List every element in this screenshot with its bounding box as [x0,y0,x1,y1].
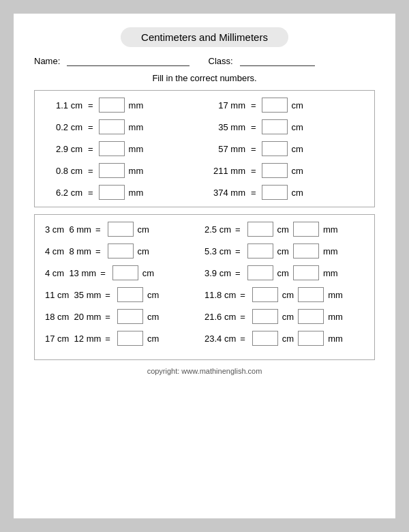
s2r5-left-answer[interactable] [117,309,143,324]
table-row: 1.1 cm = mm 17 mm = cm [45,98,364,113]
s2r3-left-answer[interactable] [112,265,138,280]
s2r1-right-answer1[interactable] [247,222,273,237]
title: Centimeters and Millimeters [121,27,288,47]
s1r2-right-answer[interactable] [262,119,288,134]
s2r4-right-val: 11.8 cm [204,290,236,300]
s1r5-left-answer[interactable] [99,185,125,200]
table-row: 17 cm 12 mm = cm 23.4 cm = cm mm [45,331,364,346]
s1r4-right-answer[interactable] [262,163,288,178]
title-container: Centimeters and Millimeters [34,27,375,47]
s1r1-left-answer[interactable] [99,98,125,113]
table-row: 0.8 cm = mm 211 mm = cm [45,163,364,178]
s1r1-left-val: 1.1 cm [45,100,82,110]
s2r4-right-answer1[interactable] [252,287,278,302]
name-line[interactable] [67,55,190,66]
table-row: 11 cm 35 mm = cm 11.8 cm = cm mm [45,287,364,302]
name-label: Name: [34,56,60,66]
s1r5-right-answer[interactable] [262,185,288,200]
s1r3-left-val: 2.9 cm [45,144,82,154]
class-label: Class: [209,56,233,66]
s2r3-left-val: 4 cm 13 mm [45,268,96,278]
instruction: Fill in the correct numbers. [34,73,375,83]
s1r5-right-val: 374 mm [204,188,245,198]
s1r2-left-answer[interactable] [99,119,125,134]
table-row: 18 cm 20 mm = cm 21.6 cm = cm mm [45,309,364,324]
s1r2-left-val: 0.2 cm [45,122,82,132]
s1r4-left-val: 0.8 cm [45,166,82,176]
table-row: 4 cm 13 mm = cm 3.9 cm = cm mm [45,265,364,280]
s2r1-right-answer2[interactable] [293,222,319,237]
s1r5-left-val: 6.2 cm [45,188,82,198]
s2r2-left-val: 4 cm 8 mm [45,246,91,256]
s2r5-right-answer2[interactable] [298,309,324,324]
s1r4-left-answer[interactable] [99,163,125,178]
class-line[interactable] [240,55,315,66]
s2r2-right-answer1[interactable] [247,243,273,258]
s1r2-right-val: 35 mm [204,122,245,132]
s2r6-left-answer[interactable] [117,331,143,346]
s2r2-right-answer2[interactable] [293,243,319,258]
section2: 3 cm 6 mm = cm 2.5 cm = cm mm 4 cm 8 mm … [34,214,375,360]
s2r6-left-val: 17 cm 12 mm [45,334,101,344]
s2r4-left-val: 11 cm 35 mm [45,290,101,300]
s2r3-right-answer2[interactable] [293,265,319,280]
s2r6-right-answer1[interactable] [252,331,278,346]
s2r1-left-val: 3 cm 6 mm [45,224,91,235]
worksheet-page: Centimeters and Millimeters Name: Class:… [14,14,395,518]
table-row: 0.2 cm = mm 35 mm = cm [45,119,364,134]
s2r1-left-answer[interactable] [108,222,134,237]
s1r3-left-answer[interactable] [99,141,125,156]
name-class-row: Name: Class: [34,55,375,66]
s1r4-right-val: 211 mm [204,166,245,176]
s2r5-right-answer1[interactable] [252,309,278,324]
table-row: 6.2 cm = mm 374 mm = cm [45,185,364,200]
s2r6-right-answer2[interactable] [298,331,324,346]
s2r3-right-answer1[interactable] [247,265,273,280]
table-row: 3 cm 6 mm = cm 2.5 cm = cm mm [45,222,364,237]
s2r6-right-val: 23.4 cm [204,334,236,344]
copyright: copyright: www.mathinenglish.com [34,367,375,375]
s2r4-right-answer2[interactable] [298,287,324,302]
s2r2-right-val: 5.3 cm [204,246,231,256]
s2r5-left-val: 18 cm 20 mm [45,312,101,322]
s2r1-right-val: 2.5 cm [204,224,231,235]
s2r5-right-val: 21.6 cm [204,312,236,322]
s2r2-left-answer[interactable] [108,243,134,258]
s2r3-right-val: 3.9 cm [204,268,231,278]
s1r3-right-val: 57 mm [204,144,245,154]
s1r1-right-val: 17 mm [204,100,245,110]
s1r1-right-answer[interactable] [262,98,288,113]
s2r4-left-answer[interactable] [117,287,143,302]
table-row: 2.9 cm = mm 57 mm = cm [45,141,364,156]
section1: 1.1 cm = mm 17 mm = cm 0.2 cm = mm 35 mm [34,90,375,207]
table-row: 4 cm 8 mm = cm 5.3 cm = cm mm [45,243,364,258]
s1r3-right-answer[interactable] [262,141,288,156]
